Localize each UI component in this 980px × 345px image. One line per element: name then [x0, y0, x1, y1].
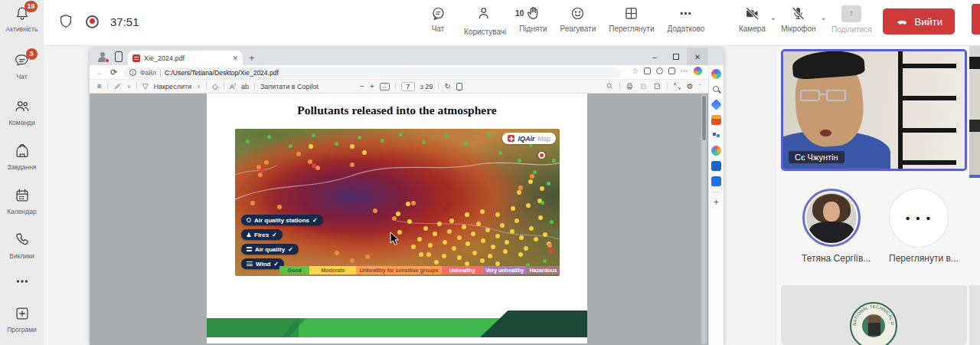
people-icon[interactable]	[711, 130, 721, 140]
highlighter-icon[interactable]	[113, 82, 122, 90]
bottom-video-tile[interactable]: NATIONAL TECHNICAL UNIVERSITY	[781, 285, 967, 345]
pdf-settings-gear-icon[interactable]: ⚙	[687, 82, 694, 90]
eraser-icon[interactable]: ◇	[212, 82, 218, 90]
share-button[interactable]: Поділитися	[831, 5, 872, 34]
sidebar-item-teams[interactable]: Команди	[0, 98, 44, 127]
check-icon: ✓	[272, 232, 277, 238]
zoom-out-icon[interactable]: −	[360, 82, 364, 90]
fit-width-icon[interactable]: ↔	[380, 83, 390, 90]
iqair-pollution-map[interactable]: IQAir Map Air quality stations ✓ Fires ✓	[235, 129, 560, 276]
browser-tab[interactable]: Xie_2024.pdf ✕	[128, 51, 243, 65]
games-icon[interactable]	[711, 146, 721, 156]
aqi-legend-bar: Good Moderate Unhealthy for sensitive gr…	[235, 266, 560, 274]
translate-icon[interactable]: ab	[241, 83, 249, 90]
mic-options-chevron-icon[interactable]: ⌄	[821, 13, 827, 21]
browser-addressbar: ← ⟳ i Файл C:/Users/Tetiana/Desktop/Xie_…	[90, 65, 708, 80]
selected-station-marker[interactable]	[538, 152, 545, 159]
scrollbar-thumb[interactable]	[702, 96, 706, 140]
browser-essentials-icon[interactable]	[668, 67, 675, 74]
draw-chevron-icon[interactable]: ∨	[197, 84, 201, 90]
toggle-air-quality-stations[interactable]: Air quality stations ✓	[241, 215, 323, 225]
camera-options-chevron-icon[interactable]: ⌄	[770, 13, 776, 21]
apps-plus-icon	[13, 305, 31, 324]
aqi-usg: Unhealthy for sensitive groups	[356, 266, 441, 274]
save-icon[interactable]	[639, 82, 648, 90]
page-view-icon[interactable]	[456, 83, 462, 90]
minimize-button[interactable]: –	[644, 48, 665, 65]
new-tab-button[interactable]: +	[249, 52, 255, 64]
participants-button[interactable]: 10 Користувачі	[464, 5, 506, 36]
copilot-icon[interactable]	[711, 69, 721, 79]
backpack-icon	[13, 143, 31, 161]
sidebar-item-apps[interactable]: Програми	[0, 305, 44, 334]
sidebar-item-calendar[interactable]: Календар	[0, 187, 44, 215]
station-icon	[247, 218, 251, 222]
chat-badge: 3	[26, 48, 38, 60]
sidebar-item-calls[interactable]: Виклики	[0, 232, 44, 260]
fullscreen-icon[interactable]	[673, 82, 681, 90]
split-screen-icon[interactable]	[644, 67, 651, 74]
more-actions-button[interactable]: Додатково	[668, 5, 705, 36]
participant-avatar-item[interactable]: Тетяна Сергіїв...	[802, 189, 861, 264]
collections-icon[interactable]	[656, 67, 663, 74]
close-button[interactable]: ✕	[687, 48, 708, 65]
highlighter-chevron-icon[interactable]: ∨	[127, 84, 131, 90]
sidebar-item-activity[interactable]: 19 Активність	[0, 5, 44, 33]
designer-icon[interactable]	[710, 99, 722, 110]
toc-icon[interactable]: ≡	[97, 82, 102, 90]
tab-close-icon[interactable]: ✕	[232, 54, 238, 62]
toggle-air-quality[interactable]: Air quality ✓	[241, 244, 299, 255]
chat-icon: 3	[13, 52, 31, 71]
view-more-participants[interactable]: • • • Переглянути в...	[889, 189, 949, 264]
mic-toggle-button[interactable]: Мікрофон	[781, 5, 815, 33]
sidebar-item-assignments[interactable]: Завдання	[0, 143, 44, 171]
read-aloud-icon[interactable]: A)	[230, 82, 236, 90]
avatar-speaking-ring	[802, 189, 861, 247]
participants-panel: Сє Чжунтін Тетяна Сергіїв... • • • Перег…	[777, 46, 980, 345]
microsoft-365-icon[interactable]	[711, 161, 721, 171]
slide-title: Pollutants released into the atmosphere	[207, 104, 587, 117]
browser-device-icon[interactable]	[115, 51, 122, 62]
url-field[interactable]: i Файл C:/Users/Tetiana/Desktop/Xie_2024…	[123, 67, 621, 78]
browser-titlebar: Xie_2024.pdf ✕ + – ✕	[90, 48, 724, 65]
page-number-input[interactable]: 7	[401, 82, 415, 91]
page-info-icon[interactable]: i	[129, 69, 136, 76]
refresh-icon[interactable]: ⟳	[110, 67, 117, 77]
react-button[interactable]: Реагувати	[560, 5, 596, 36]
pdf-scrollbar[interactable]	[701, 94, 707, 344]
back-icon[interactable]: ←	[96, 67, 104, 77]
add-sidebar-app-button[interactable]: +	[711, 198, 721, 208]
toolbox-icon[interactable]	[711, 115, 721, 125]
print-icon[interactable]	[626, 82, 634, 90]
favorites-star-icon[interactable]: ☆	[632, 67, 639, 75]
meeting-toolbar: 37:51 Чат 10 Користувачі Підняти Реагува…	[44, 0, 980, 46]
sidebar-item-chat[interactable]: 3 Чат	[0, 52, 44, 80]
speaker-video-tile[interactable]: Сє Чжунтін	[781, 49, 967, 171]
shopping-icon[interactable]	[711, 176, 721, 186]
zoom-in-icon[interactable]: +	[370, 82, 374, 90]
ask-copilot-button[interactable]: Запитати в Copilot	[260, 83, 318, 90]
toggle-fires[interactable]: Fires ✓	[241, 229, 283, 240]
participant-photo	[868, 316, 880, 336]
browser-profile-icon[interactable]	[97, 51, 108, 62]
search-icon[interactable]	[711, 84, 721, 94]
view-button[interactable]: Переглянути	[609, 5, 654, 36]
rotate-icon[interactable]: ↻	[444, 82, 450, 90]
leave-button[interactable]: Вийти	[883, 8, 955, 34]
search-icon[interactable]	[606, 82, 614, 90]
screen-share-stage: Xie_2024.pdf ✕ + – ✕ ← ⟳ i Файл C:/U	[44, 46, 777, 345]
copilot-icon[interactable]	[694, 67, 702, 75]
recording-group: 37:51	[57, 13, 139, 30]
settings-ellipsis-icon[interactable]: ⋯	[681, 67, 688, 75]
sidebar-divider	[712, 192, 721, 192]
toolbar-collapse-icon[interactable]: ˆ	[699, 84, 701, 89]
save-as-icon[interactable]	[653, 82, 662, 90]
camera-toggle-button[interactable]: Камера	[739, 5, 766, 33]
restore-button[interactable]	[665, 48, 687, 65]
draw-label[interactable]: Накреслити	[154, 83, 191, 90]
draw-nib-icon[interactable]: ▽	[142, 82, 149, 90]
chat-button[interactable]: Чат	[425, 5, 451, 36]
sidebar-item-more[interactable]	[0, 273, 44, 293]
glasses	[800, 90, 820, 101]
more-participants-icon[interactable]: • • •	[890, 189, 948, 247]
